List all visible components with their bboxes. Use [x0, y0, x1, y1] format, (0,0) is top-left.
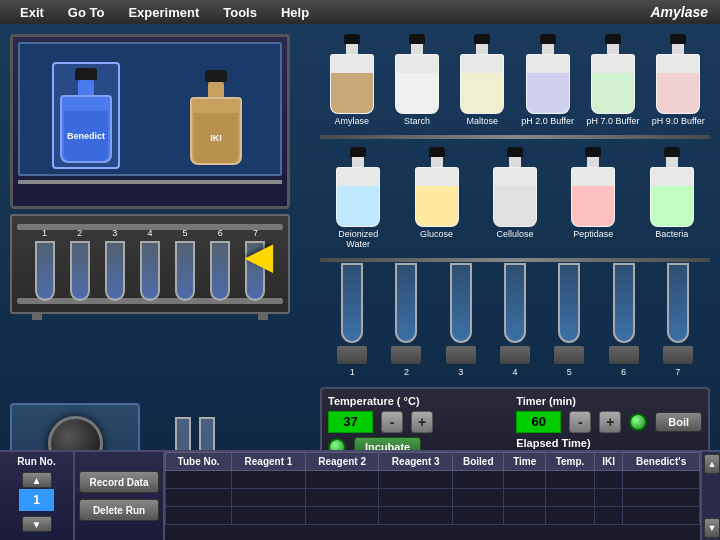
reagent-maltose: Maltose	[455, 34, 510, 127]
bacteria-body	[650, 167, 694, 227]
amylase-cap	[344, 34, 360, 44]
table-row	[166, 471, 700, 489]
rack-leg-right	[258, 312, 268, 320]
ph20-bottle[interactable]	[526, 34, 570, 114]
deionized-bottle[interactable]	[336, 147, 380, 227]
data-table: Tube No. Reagent 1 Reagent 2 Reagent 3 B…	[165, 452, 700, 540]
r-tube-holder-7	[663, 346, 693, 364]
ph90-bottle[interactable]	[656, 34, 700, 114]
amylase-label: Amylase	[334, 117, 369, 127]
maltose-label: Maltose	[467, 117, 499, 127]
benedict-bottle-container: Benedict	[52, 62, 120, 169]
r-tube-holder-6	[609, 346, 639, 364]
r-tube-body-6[interactable]	[613, 263, 635, 343]
reagent-cabinet: Benedict IKI	[10, 34, 290, 209]
rack-legs	[32, 312, 268, 320]
temp-minus-button[interactable]: -	[381, 411, 403, 433]
peptidase-label: Peptidase	[573, 230, 613, 240]
scroll-down-button[interactable]: ▼	[704, 518, 720, 538]
test-tube-2[interactable]	[70, 241, 90, 301]
maltose-neck	[476, 44, 488, 54]
cabinet-screen: Benedict IKI	[18, 42, 282, 176]
tube-slot-1: 1	[35, 228, 55, 301]
r-tube-body-4[interactable]	[504, 263, 526, 343]
peptidase-bottle[interactable]	[571, 147, 615, 227]
menu-help[interactable]: Help	[269, 5, 321, 20]
deionized-neck	[352, 157, 364, 167]
benedict-liquid: Benedict	[64, 111, 108, 161]
amylase-bottle[interactable]	[330, 34, 374, 114]
glucose-bottle[interactable]	[415, 147, 459, 227]
timer-plus-button[interactable]: +	[599, 411, 621, 433]
ph70-body	[591, 54, 635, 114]
ph90-neck	[672, 44, 684, 54]
table-row	[166, 489, 700, 507]
reagent-bacteria: Bacteria	[644, 147, 699, 250]
glucose-body	[415, 167, 459, 227]
arrow-indicator: ►	[235, 234, 283, 289]
timer-minus-button[interactable]: -	[569, 411, 591, 433]
record-data-button[interactable]: Record Data	[79, 471, 159, 493]
menu-tools[interactable]: Tools	[211, 5, 269, 20]
glucose-liquid	[416, 186, 458, 226]
ph20-label: pH 2.0 Buffer	[521, 117, 574, 127]
ph70-bottle[interactable]	[591, 34, 635, 114]
scroll-up-button[interactable]: ▲	[704, 454, 720, 474]
table-header-row: Tube No. Reagent 1 Reagent 2 Reagent 3 B…	[166, 453, 700, 471]
r-tube-body-7[interactable]	[667, 263, 689, 343]
menu-exit[interactable]: Exit	[8, 5, 56, 20]
starch-bottle[interactable]	[395, 34, 439, 114]
temp-label: Temperature ( °C)	[328, 395, 420, 407]
r-tube-holder-3	[446, 346, 476, 364]
amylase-liquid	[331, 73, 373, 113]
bacteria-bottle[interactable]	[650, 147, 694, 227]
cellulose-bottle[interactable]	[493, 147, 537, 227]
r-tube-item-3: 3	[446, 263, 476, 377]
peptidase-liquid	[572, 186, 614, 226]
test-tube-4[interactable]	[140, 241, 160, 301]
r-tube-item-4: 4	[500, 263, 530, 377]
maltose-liquid	[461, 73, 503, 113]
delete-run-button[interactable]: Delete Run	[79, 499, 159, 521]
iki-label: IKI	[210, 133, 222, 143]
r-tube-num-7: 7	[675, 367, 680, 377]
maltose-body	[460, 54, 504, 114]
table-body	[166, 471, 700, 525]
test-tube-5[interactable]	[175, 241, 195, 301]
ph70-neck	[607, 44, 619, 54]
r-tube-body-3[interactable]	[450, 263, 472, 343]
divider-2	[320, 258, 710, 262]
temp-plus-button[interactable]: +	[411, 411, 433, 433]
r-tube-body-1[interactable]	[341, 263, 363, 343]
col-reagent2: Reagent 2	[305, 453, 379, 471]
reagent-peptidase: Peptidase	[566, 147, 621, 250]
starch-neck	[411, 44, 423, 54]
run-up-button[interactable]: ▲	[22, 472, 52, 488]
r-tube-body-2[interactable]	[395, 263, 417, 343]
ph20-body	[526, 54, 570, 114]
iki-liquid: IKI	[194, 113, 238, 163]
ph20-neck	[542, 44, 554, 54]
peptidase-neck	[587, 157, 599, 167]
timer-label: Timer (min)	[516, 395, 576, 407]
r-tube-holder-4	[500, 346, 530, 364]
tube-slot-5: 5	[175, 228, 195, 301]
menu-goto[interactable]: Go To	[56, 5, 117, 20]
test-tube-1[interactable]	[35, 241, 55, 301]
tube-num-3: 3	[112, 228, 117, 238]
rack-leg-left	[32, 312, 42, 320]
r-tube-body-5[interactable]	[558, 263, 580, 343]
cellulose-liquid	[494, 186, 536, 226]
menu-experiment[interactable]: Experiment	[116, 5, 211, 20]
boil-button[interactable]: Boil	[655, 412, 702, 432]
iki-neck	[208, 82, 224, 97]
peptidase-cap	[585, 147, 601, 157]
cabinet-shelf	[18, 180, 282, 184]
timer-green-indicator	[629, 413, 647, 431]
starch-liquid	[396, 73, 438, 113]
test-tube-3[interactable]	[105, 241, 125, 301]
test-tube-6[interactable]	[210, 241, 230, 301]
run-down-button[interactable]: ▼	[22, 516, 52, 532]
maltose-bottle[interactable]	[460, 34, 504, 114]
ph20-cap	[540, 34, 556, 44]
